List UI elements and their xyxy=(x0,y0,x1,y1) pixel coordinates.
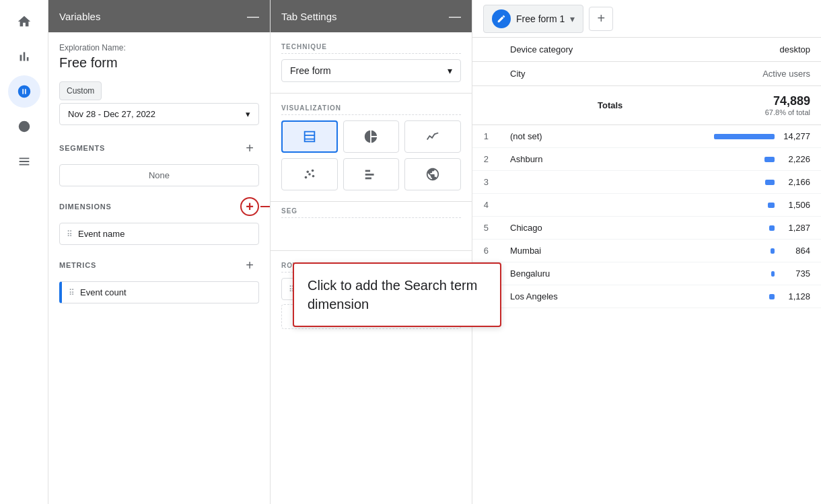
svg-rect-7 xyxy=(365,174,374,176)
svg-rect-8 xyxy=(365,178,371,180)
visualization-grid xyxy=(281,120,461,190)
nav-configure[interactable] xyxy=(8,145,40,178)
table-row: 4 1,506 xyxy=(472,194,821,217)
visualization-label: VISUALIZATION xyxy=(281,104,461,115)
value-cell: 1,287 xyxy=(633,217,821,240)
metric-name: Event count xyxy=(80,287,127,297)
date-range-selector[interactable]: Nov 28 - Dec 27, 2022 ▾ xyxy=(59,103,259,125)
row-num: 6 xyxy=(472,240,499,262)
table-row: 8 Los Angeles 1,128 xyxy=(472,285,821,308)
visualization-section: VISUALIZATION xyxy=(271,94,472,202)
exploration-name-value: Free form xyxy=(59,55,259,71)
svg-point-4 xyxy=(312,170,314,172)
segments-header: SEGMENTS + xyxy=(59,139,259,157)
callout-text: Click to add the Search term dimension xyxy=(308,278,477,312)
drag-handle-icon: ⠿ xyxy=(69,288,75,297)
tab-name: Free form 1 xyxy=(516,13,565,24)
viz-table-button[interactable] xyxy=(281,120,338,153)
value-bar xyxy=(769,225,775,231)
arrow-indicator xyxy=(260,202,270,211)
metrics-header: METRICS + xyxy=(59,256,259,275)
data-table: Device category desktop City Active user… xyxy=(472,38,821,308)
viz-line-button[interactable] xyxy=(404,120,461,153)
viz-scatter-button[interactable] xyxy=(281,158,338,190)
add-segment-button[interactable]: + xyxy=(240,139,259,157)
value-cell: 1,128 xyxy=(633,285,821,308)
row-num: 1 xyxy=(472,125,499,148)
row-num: 3 xyxy=(472,171,499,194)
value-bar xyxy=(714,134,775,139)
col-num-header xyxy=(472,38,499,62)
row-value: 1,506 xyxy=(780,200,810,210)
totals-label-cell xyxy=(472,86,499,125)
value-bar xyxy=(764,157,775,162)
row-value: 14,277 xyxy=(780,131,810,141)
city-name xyxy=(499,171,633,194)
col-num-header2 xyxy=(472,62,499,86)
row-num: 2 xyxy=(472,148,499,171)
nav-reports[interactable] xyxy=(8,40,40,73)
data-table-area: Device category desktop City Active user… xyxy=(472,38,821,504)
technique-chevron-icon: ▾ xyxy=(448,65,452,76)
exploration-name-label: Exploration Name: xyxy=(59,43,259,52)
left-navigation xyxy=(0,0,48,504)
table-row: 6 Mumbai 864 xyxy=(472,240,821,262)
col-active-users-header: Active users xyxy=(633,62,821,86)
technique-label: TECHNIQUE xyxy=(281,43,461,54)
city-name: (not set) xyxy=(499,125,633,148)
row-num: 4 xyxy=(472,194,499,217)
tab-settings-title: Tab Settings xyxy=(281,11,337,22)
svg-point-1 xyxy=(304,176,307,179)
seg-label: SEG xyxy=(281,207,461,218)
date-tag: Custom xyxy=(59,81,102,100)
nav-advertising[interactable] xyxy=(8,110,40,143)
viz-globe-button[interactable] xyxy=(404,158,461,190)
tab-settings-header: Tab Settings — xyxy=(271,0,472,32)
row-value: 864 xyxy=(780,246,810,256)
tab-chevron-icon: ▾ xyxy=(570,13,575,24)
table-row: 7 Bengaluru 735 xyxy=(472,262,821,285)
dimensions-header: DIMENSIONS + xyxy=(59,197,259,216)
viz-pie-button[interactable] xyxy=(343,120,400,153)
row-value: 1,287 xyxy=(780,223,810,233)
city-name: Los Angeles xyxy=(499,285,633,308)
svg-point-0 xyxy=(18,121,30,133)
technique-dropdown[interactable]: Free form ▾ xyxy=(281,59,461,82)
date-section: Custom Nov 28 - Dec 27, 2022 ▾ xyxy=(59,81,259,125)
svg-point-2 xyxy=(308,173,311,176)
metric-event-count[interactable]: ⠿ Event count xyxy=(59,281,259,303)
value-bar xyxy=(769,294,775,299)
nav-home[interactable] xyxy=(8,5,40,38)
callout-tooltip: Click to add the Search term dimension xyxy=(293,262,501,327)
value-cell: 14,277 xyxy=(633,125,821,148)
main-content: Free form 1 ▾ + Device category desktop xyxy=(472,0,821,504)
dimension-name: Event name xyxy=(78,229,124,239)
viz-bar-horiz-button[interactable] xyxy=(343,158,400,190)
table-row: 5 Chicago 1,287 xyxy=(472,217,821,240)
city-name: Mumbai xyxy=(499,240,633,262)
tab-circle-icon xyxy=(492,9,511,28)
segments-label: SEGMENTS xyxy=(59,144,105,152)
date-range-value: Nov 28 - Dec 27, 2022 xyxy=(68,109,155,119)
row-value: 2,166 xyxy=(780,177,810,187)
nav-explore[interactable] xyxy=(8,75,40,108)
variables-minimize-button[interactable]: — xyxy=(247,10,259,22)
technique-section: TECHNIQUE Free form ▾ xyxy=(271,32,472,94)
main-header: Free form 1 ▾ + xyxy=(472,0,821,38)
tab-settings-minimize-button[interactable]: — xyxy=(449,10,461,22)
variables-title: Variables xyxy=(59,11,100,22)
add-metric-button[interactable]: + xyxy=(240,256,259,275)
variables-panel-header: Variables — xyxy=(48,0,270,32)
free-form-tab[interactable]: Free form 1 ▾ xyxy=(483,5,583,33)
svg-point-3 xyxy=(306,171,309,174)
add-tab-button[interactable]: + xyxy=(589,7,613,31)
svg-rect-6 xyxy=(365,170,370,172)
variables-panel-body: Exploration Name: Free form Custom Nov 2… xyxy=(48,32,270,504)
variables-panel: Variables — Exploration Name: Free form … xyxy=(48,0,271,504)
technique-value: Free form xyxy=(290,65,331,76)
totals-label: Totals xyxy=(499,86,633,125)
totals-sub-value: 67.8% of total xyxy=(644,108,810,116)
dimension-event-name[interactable]: ⠿ Event name xyxy=(59,223,259,245)
city-name: Ashburn xyxy=(499,148,633,171)
add-dimension-button[interactable]: + xyxy=(240,197,259,216)
